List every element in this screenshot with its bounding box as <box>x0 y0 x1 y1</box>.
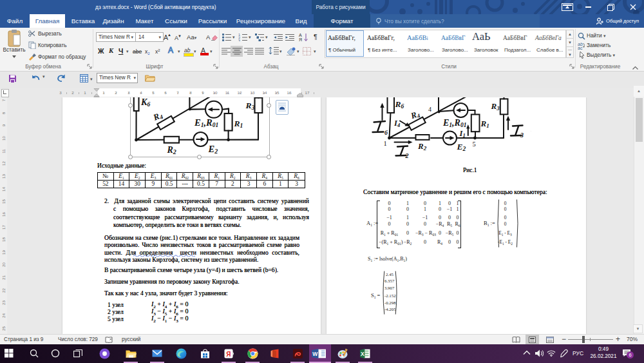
svg-text:E1,R01: E1,R01 <box>442 118 466 128</box>
svg-text:X: X <box>361 351 365 357</box>
svg-text:R3: R3 <box>491 101 500 112</box>
svg-text:R1: R1 <box>480 119 489 129</box>
svg-text:ac: ac <box>578 46 583 50</box>
svg-text:R6: R6 <box>395 99 404 110</box>
svg-text:6: 6 <box>384 129 388 136</box>
svg-text:3: 3 <box>520 132 524 139</box>
svg-text:E2: E2 <box>457 142 466 152</box>
svg-text:R2: R2 <box>417 141 427 152</box>
svg-text:4: 4 <box>428 106 431 113</box>
svg-text:1: 1 <box>384 140 387 147</box>
svg-text:I4: I4 <box>393 119 400 128</box>
svg-text:3: 3 <box>238 39 240 42</box>
svg-text:I1: I1 <box>459 129 466 139</box>
svg-text:5: 5 <box>473 141 476 148</box>
svg-text:Я: Я <box>226 351 231 358</box>
svg-text:2: 2 <box>405 152 409 159</box>
svg-text:W: W <box>312 351 318 357</box>
